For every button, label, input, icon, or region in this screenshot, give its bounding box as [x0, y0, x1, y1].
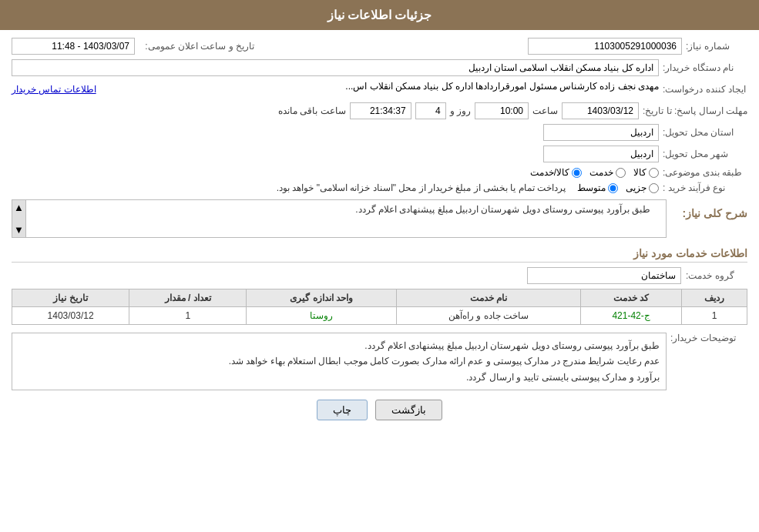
col-nam: نام خدمت [397, 289, 581, 307]
col-tedad: تعداد / مقدار [129, 289, 247, 307]
tozihat-label: توضیحات خریدار: [670, 333, 747, 343]
tabaqe-kala-radio[interactable] [649, 168, 659, 178]
col-radif: ردیف [682, 289, 747, 307]
mohlat-saat-value: 10:00 [475, 102, 529, 119]
page-title: جزئیات اطلاعات نیاز [327, 8, 432, 22]
sharh-value: طبق برآورد پیوستی روستای دویل شهرستان ار… [16, 204, 650, 215]
cell-vahed: روستا [247, 307, 397, 325]
grooh-label: گروه خدمت: [686, 270, 747, 281]
mohlat-date: 1403/03/12 [562, 102, 639, 119]
tarikh-value: 1403/03/07 - 11:48 [12, 38, 135, 55]
col-tarikh: تاریخ نیاز [12, 289, 129, 307]
ostan-label: استان محل تحویل: [663, 127, 747, 138]
sharh-title: شرح کلی نیاز: [670, 207, 747, 222]
cell-tarikh: 1403/03/12 [12, 307, 129, 325]
nooe-motevaset-option[interactable]: متوسط [577, 182, 618, 193]
scroll-up-icon[interactable]: ▲ [14, 202, 24, 213]
mohlat-saat-label: ساعت [532, 105, 558, 116]
mohlat-rooz-label: روز و [450, 105, 471, 116]
khadamat-section-title: اطلاعات خدمات مورد نیاز [12, 247, 747, 263]
nam-dastgah-label: نام دستگاه خریدار: [663, 62, 747, 73]
nam-dastgah-value: اداره کل بنیاد مسکن انقلاب اسلامی استان … [12, 59, 659, 76]
table-row: 1ج-42-421ساخت جاده و راه‌آهنروستا11403/0… [12, 307, 747, 325]
ijad-konande-label: ایجاد کننده درخواست: [663, 84, 747, 95]
mohlat-remaining-label: ساعت باقی مانده [278, 105, 346, 116]
nooe-motevaset-label: متوسط [577, 182, 606, 193]
nooe-jozi-label: جزیی [626, 182, 646, 193]
tabaqe-label: طبقه بندی موضوعی: [663, 167, 747, 178]
mohlat-rooz-value: 4 [415, 102, 446, 119]
sharh-container: ▲ ▼ طبق برآورد پیوستی روستای دویل شهرستا… [12, 199, 667, 238]
mohlat-remaining-value: 21:34:37 [350, 102, 411, 119]
nooe-jozi-radio[interactable] [649, 183, 659, 193]
services-table: ردیف کد خدمت نام خدمت واحد اندازه گیری ت… [12, 289, 747, 325]
tabaqe-kala-khedmat-option[interactable]: کالا/خدمت [530, 167, 582, 178]
tarikh-label: تاریخ و ساعت اعلان عمومی: [139, 41, 254, 52]
mohlat-label: مهلت ارسال پاسخ: تا تاریخ: [643, 105, 747, 116]
cell-kod: ج-42-421 [581, 307, 682, 325]
tabaqe-kala-label: کالا [633, 167, 646, 178]
bazgasht-button[interactable]: بازگشت [375, 400, 442, 420]
shahr-value: اردبیل [543, 146, 659, 162]
col-kod: کد خدمت [581, 289, 682, 307]
chap-button[interactable]: چاپ [317, 400, 368, 420]
nooe-label: نوع فرآیند خرید : [663, 182, 747, 193]
shomara-niaz-label: شماره نیاز: [686, 41, 747, 52]
sharh-scrollbar[interactable]: ▲ ▼ [12, 200, 26, 237]
ijad-konande-value: مهدی نجف زاده کارشناس مسئول امورقرارداده… [100, 81, 659, 98]
tabaqe-khedmat-radio[interactable] [616, 168, 626, 178]
tabaqe-kala-khedmat-label: کالا/خدمت [530, 167, 569, 178]
ijad-konande-link[interactable]: اطلاعات تماس خریدار [12, 84, 96, 95]
button-row: بازگشت چاپ [12, 400, 747, 420]
ostan-value: اردبیل [543, 124, 659, 141]
shomara-niaz-value: 1103005291000036 [528, 38, 682, 55]
cell-nam: ساخت جاده و راه‌آهن [397, 307, 581, 325]
tabaqe-kala-khedmat-radio[interactable] [572, 168, 582, 178]
col-vahed: واحد اندازه گیری [247, 289, 397, 307]
cell-tedad: 1 [129, 307, 247, 325]
scroll-down-icon[interactable]: ▼ [14, 224, 24, 236]
tabaqe-khedmat-label: خدمت [589, 167, 613, 178]
cell-radif: 1 [682, 307, 747, 325]
grooh-value: ساختمان [527, 267, 681, 284]
tabaqe-kala-option[interactable]: کالا [633, 167, 659, 178]
nooe-jozi-option[interactable]: جزیی [626, 182, 659, 193]
tozihat-value: طبق برآورد پیوستی روستای دویل شهرستان ار… [12, 333, 667, 390]
page-header: جزئیات اطلاعات نیاز [0, 0, 759, 30]
nooe-motevaset-radio[interactable] [608, 183, 618, 193]
nooe-description: پرداخت تمام یا بخشی از مبلغ خریدار از مح… [277, 182, 566, 193]
shahr-label: شهر محل تحویل: [663, 149, 747, 159]
tabaqe-khedmat-option[interactable]: خدمت [589, 167, 626, 178]
